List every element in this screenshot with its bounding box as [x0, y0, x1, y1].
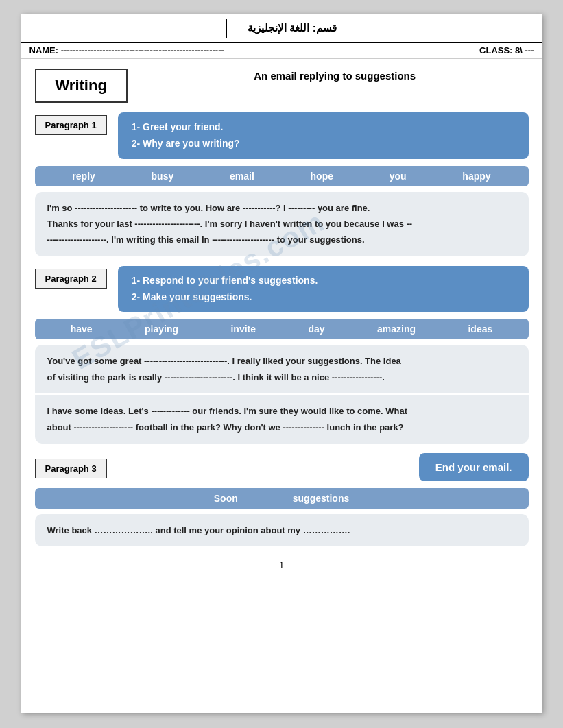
word-playing: playing — [145, 324, 178, 335]
paragraph2-section-row: Paragraph 2 1- Respond to your friend's … — [35, 266, 529, 313]
paragraph1-section-row: Paragraph 1 1- Greet your friend. 2- Why… — [35, 112, 529, 159]
paragraph2-fill-text-1: You've got some great ------------------… — [35, 345, 529, 393]
word-day: day — [308, 324, 324, 335]
paragraph3-word-bank: Soon suggestions — [35, 488, 529, 509]
page: ESLPrintables.com قسم: اللغة الإنجليزية … — [21, 14, 542, 713]
paragraph1-instruction-2: 2- Why are you writing? — [132, 136, 515, 152]
paragraph2-instruction-1: 1- Respond to your friend's suggestions. — [132, 273, 515, 289]
paragraph1-word-bank: reply busy email hope you happy — [35, 166, 529, 186]
paragraph2-fill-text-2: I have some ideas. Let's ------------- o… — [35, 395, 529, 444]
writing-box: Writing — [35, 69, 128, 103]
word-invite: invite — [230, 324, 256, 335]
paragraph2-instruction-box: 1- Respond to your friend's suggestions.… — [118, 266, 529, 313]
header-divider — [226, 19, 227, 38]
word-ideas: ideas — [468, 324, 492, 335]
word-you: you — [390, 171, 407, 182]
paragraph3-section-row: Paragraph 3 End your email. — [35, 453, 529, 481]
word-hope: hope — [311, 171, 333, 182]
paragraph2-word-bank: have playing invite day amazing ideas — [35, 319, 529, 339]
word-have: have — [71, 324, 93, 335]
paragraph3-label: Paragraph 3 — [35, 459, 107, 478]
word-suggestions: suggestions — [293, 493, 349, 504]
paragraph1-instruction-1: 1- Greet your friend. — [132, 119, 515, 136]
word-email: email — [230, 171, 254, 182]
paragraph2-instruction-2: 2- Make your suggestions. — [132, 289, 515, 306]
name-class-row: NAME: ----------------------------------… — [21, 43, 542, 59]
paragraph1-label: Paragraph 1 — [35, 115, 107, 135]
name-label: NAME: ----------------------------------… — [29, 45, 224, 56]
paragraph1-instruction-box: 1- Greet your friend. 2- Why are you wri… — [118, 112, 529, 159]
word-busy: busy — [152, 171, 174, 182]
header-arabic-text: قسم: اللغة الإنجليزية — [248, 22, 336, 34]
paragraph1-fill-text: I'm so --------------------- to write to… — [35, 192, 529, 256]
word-soon: Soon — [214, 493, 238, 504]
content: Writing An email replying to suggestions… — [21, 59, 542, 591]
paragraph2-label: Paragraph 2 — [35, 269, 107, 289]
writing-title-row: Writing An email replying to suggestions — [35, 66, 529, 103]
paragraph3-fill-text: Write back ……………….. and tell me your opi… — [35, 514, 529, 546]
word-happy: happy — [462, 171, 490, 182]
end-email-box: End your email. — [419, 453, 529, 481]
word-amazing: amazing — [377, 324, 416, 335]
page-number: 1 — [35, 560, 529, 570]
word-reply: reply — [72, 171, 95, 182]
class-label: CLASS: 8\ --- — [479, 45, 534, 56]
email-title: An email replying to suggestions — [141, 70, 529, 82]
header-arabic: قسم: اللغة الإنجليزية — [21, 14, 542, 43]
